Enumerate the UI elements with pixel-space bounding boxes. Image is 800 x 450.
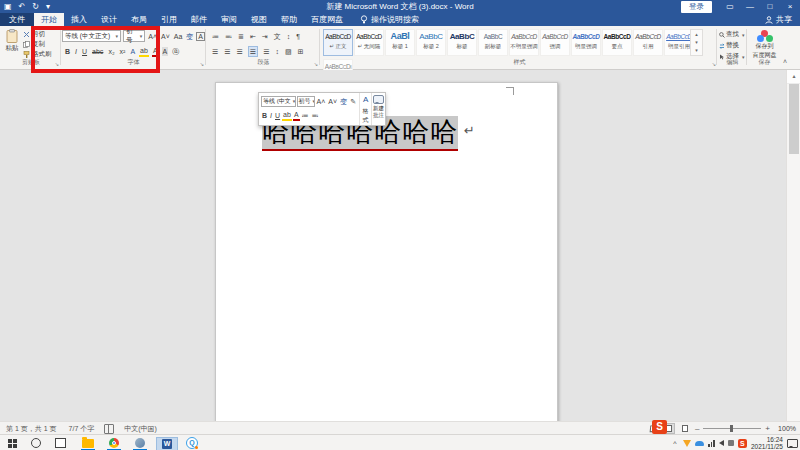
distribute-icon[interactable]: ☰ (262, 47, 270, 56)
change-case-icon[interactable]: Aa (173, 32, 184, 41)
vertical-scrollbar[interactable]: ▴ (786, 70, 800, 421)
style-normal[interactable]: AaBbCcD↵ 正文 (323, 29, 353, 56)
character-border-icon[interactable]: A (196, 32, 205, 41)
mini-bold-icon[interactable]: B (261, 111, 268, 120)
taskbar-browser[interactable]: Q (182, 437, 202, 449)
style-quote[interactable]: AaBbCcD引用 (633, 29, 663, 56)
mini-highlight-icon[interactable]: ab (282, 110, 292, 121)
restore-icon[interactable]: □ (760, 0, 780, 13)
zoom-level[interactable]: 100% (774, 425, 796, 432)
numbering-icon[interactable]: ≕ (224, 32, 233, 41)
zoom-out-button[interactable]: – (695, 424, 699, 433)
volume-icon[interactable] (719, 440, 724, 446)
line-spacing-icon[interactable]: ↕ (274, 47, 280, 56)
zoom-slider-thumb[interactable] (730, 425, 733, 432)
proofing-errors-icon[interactable] (104, 424, 114, 434)
mini-font-color-icon[interactable]: A (293, 110, 300, 121)
taskbar-chrome[interactable] (104, 437, 124, 449)
taskbar-app[interactable] (130, 437, 150, 449)
scrollbar-thumb[interactable] (789, 84, 799, 154)
taskbar-file-explorer[interactable] (78, 437, 98, 449)
close-icon[interactable]: × (780, 0, 800, 13)
styles-gallery-scrollbar[interactable]: ▴ ▾ ▾ (690, 29, 703, 56)
document-page[interactable]: 哈哈哈哈哈哈哈 ↵ (215, 82, 558, 423)
sign-in-button[interactable]: 登录 (681, 1, 712, 13)
style-strong[interactable]: AaBbCcD要点 (602, 29, 632, 56)
asian-layout-icon[interactable]: 文 (273, 32, 282, 41)
share-button[interactable]: 共享 (765, 13, 792, 26)
ribbon-display-options-icon[interactable]: ▭ (720, 0, 740, 13)
cloud-icon[interactable] (695, 441, 704, 446)
style-heading1[interactable]: AaBl标题 1 (385, 29, 415, 56)
word-count-status[interactable]: 7/7 个字 (63, 423, 101, 435)
tab-design[interactable]: 设计 (94, 13, 124, 26)
mini-grow-font-icon[interactable]: A˄ (316, 97, 327, 106)
style-subtitle[interactable]: AaBbC副标题 (478, 29, 508, 56)
style-heading2[interactable]: AaBbC标题 2 (416, 29, 446, 56)
sort-icon[interactable]: ↕ (286, 32, 292, 41)
undo-icon[interactable]: ↶ (19, 0, 26, 13)
style-no-spacing[interactable]: AaBbCcD↵ 无间隔 (354, 29, 384, 56)
zoom-slider[interactable] (703, 428, 761, 429)
tab-baidu-netdisk[interactable]: 百度网盘 (304, 13, 350, 26)
page-number-status[interactable]: 第 1 页，共 1 页 (0, 423, 63, 435)
styles-scroll-up-icon[interactable]: ▴ (691, 30, 702, 38)
justify-icon[interactable]: ☰ (248, 46, 258, 57)
styles-gallery-more-icon[interactable]: ▾ (691, 46, 702, 54)
document-canvas[interactable]: 哈哈哈哈哈哈哈 ↵ (0, 70, 786, 421)
mini-font-name-combobox[interactable]: 等线 (中文 ▾ (261, 96, 296, 107)
tab-home[interactable]: 开始 (34, 13, 64, 26)
device-icon[interactable] (728, 440, 734, 446)
decrease-indent-icon[interactable]: ⇤ (249, 32, 257, 41)
style-title[interactable]: AaBbC标题 (447, 29, 477, 56)
tab-review[interactable]: 审阅 (214, 13, 244, 26)
mini-shrink-font-icon[interactable]: A˅ (327, 97, 338, 106)
network-icon[interactable] (708, 440, 715, 447)
enclose-characters-icon[interactable]: ⓐ (171, 47, 180, 56)
align-right-icon[interactable]: ☰ (236, 47, 244, 56)
align-left-icon[interactable]: ☰ (211, 47, 219, 56)
mini-italic-icon[interactable]: I (269, 111, 273, 120)
mini-phonetic-guide-icon[interactable]: 变 (339, 97, 348, 106)
style-intense-emphasis[interactable]: AaBbCcD明显强调 (571, 29, 601, 56)
scroll-up-icon[interactable]: ▴ (787, 70, 800, 84)
task-view-button[interactable] (50, 437, 70, 449)
sogou-input-float-icon[interactable]: S (652, 420, 667, 434)
mini-font-size-combobox[interactable]: 初号 ▾ (297, 96, 315, 107)
find-button[interactable]: 查找 ▾ (719, 29, 746, 40)
web-layout-button[interactable] (679, 423, 691, 434)
security-shield-icon[interactable] (683, 440, 691, 447)
phonetic-guide-icon[interactable]: 变 (185, 32, 194, 41)
redo-icon[interactable]: ↻ (32, 0, 39, 13)
multilevel-list-icon[interactable]: ≣ (237, 32, 245, 41)
borders-icon[interactable]: ⊞ (297, 47, 305, 56)
style-subtle-emphasis[interactable]: AaBbCcD不明显强调 (509, 29, 539, 56)
action-center-icon[interactable] (787, 439, 798, 448)
shrink-font-icon[interactable]: A˅ (160, 32, 171, 41)
styles-scroll-down-icon[interactable]: ▾ (691, 38, 702, 46)
search-button[interactable] (26, 437, 46, 449)
mini-format-painter-icon[interactable]: ✎ (349, 97, 357, 106)
tell-me-search[interactable]: 操作说明搜索 (360, 13, 419, 26)
show-hide-marks-icon[interactable]: ¶ (295, 32, 301, 41)
paragraph-dialog-launcher-icon[interactable]: ↘ (314, 61, 318, 67)
customize-qat-icon[interactable]: ▾ (46, 0, 50, 13)
tab-mailings[interactable]: 邮件 (184, 13, 214, 26)
tab-references[interactable]: 引用 (154, 13, 184, 26)
language-status[interactable]: 中文(中国) (118, 423, 163, 435)
character-shading-icon[interactable]: A (162, 47, 169, 56)
new-comment-button[interactable]: 新建 批注 (371, 93, 385, 125)
sogou-tray-icon[interactable]: S (738, 439, 747, 448)
tab-insert[interactable]: 插入 (64, 13, 94, 26)
save-icon[interactable]: ▣ (4, 0, 12, 13)
tab-help[interactable]: 帮助 (274, 13, 304, 26)
taskbar-word-active[interactable]: W (156, 437, 178, 450)
mini-numbering-icon[interactable]: ≕ (311, 111, 320, 120)
mini-styles-button[interactable]: A 格式 (359, 93, 371, 125)
save-to-baidu-button[interactable]: 保存到 百度网盘 (748, 30, 781, 60)
style-emphasis[interactable]: AaBbCcD强调 (540, 29, 570, 56)
clock[interactable]: 16:24 2021/11/25 (751, 436, 783, 450)
increase-indent-icon[interactable]: ⇥ (261, 32, 269, 41)
start-button[interactable] (2, 437, 22, 449)
shading-icon[interactable]: ▨ (284, 47, 293, 56)
